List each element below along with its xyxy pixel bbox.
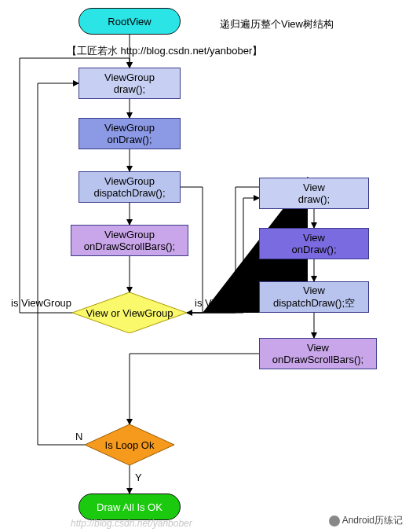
flow-arrows bbox=[0, 0, 409, 532]
vg-scroll-node: ViewGroup onDrawScrollBars(); bbox=[71, 225, 188, 256]
vg-dispatch-l2: dispatchDraw(); bbox=[93, 187, 165, 199]
decision-loop-label: Is Loop Ok bbox=[105, 439, 155, 451]
edge-loop-y: Y bbox=[135, 471, 142, 483]
decision-loop-diamond: Is Loop Ok bbox=[85, 424, 174, 465]
vg-dispatch-l1: ViewGroup bbox=[104, 175, 155, 187]
v-scroll-l2: onDrawScrollBars(); bbox=[272, 354, 363, 365]
vg-ondraw-l1: ViewGroup bbox=[104, 122, 155, 134]
signature-text: Android历练记 bbox=[329, 514, 403, 527]
root-node: RootView bbox=[79, 8, 181, 35]
vg-scroll-l2: onDrawScrollBars(); bbox=[84, 240, 175, 252]
vg-ondraw-l2: onDraw(); bbox=[107, 134, 152, 145]
diagram-caption: 递归遍历整个View树结构 bbox=[220, 17, 334, 31]
credit-line: 【工匠若水 http://blog.csdn.net/yanbober】 bbox=[67, 44, 262, 58]
vg-draw-l2: draw(); bbox=[114, 83, 145, 95]
end-node: Draw All Is OK bbox=[79, 493, 181, 520]
vg-ondraw-node: ViewGroup onDraw(); bbox=[79, 118, 181, 149]
v-scroll-l1: View bbox=[307, 342, 329, 354]
v-dispatch-node: View dispatchDraw();空 bbox=[259, 281, 369, 313]
vg-dispatch-node: ViewGroup dispatchDraw(); bbox=[79, 171, 181, 203]
edge-is-view: is View bbox=[195, 297, 227, 309]
v-ondraw-node: View onDraw(); bbox=[259, 228, 369, 259]
signature-label: Android历练记 bbox=[342, 514, 403, 527]
vg-draw-l1: ViewGroup bbox=[104, 72, 155, 83]
decision-view-diamond: View or ViewGroup bbox=[72, 292, 187, 333]
v-dispatch-l2: dispatchDraw();空 bbox=[273, 296, 355, 310]
wechat-icon bbox=[329, 515, 340, 526]
v-ondraw-l2: onDraw(); bbox=[291, 244, 336, 255]
edge-loop-n: N bbox=[75, 431, 82, 442]
v-dispatch-l1: View bbox=[303, 284, 325, 296]
end-label: Draw All Is OK bbox=[97, 501, 163, 513]
edge-is-viewgroup: is ViewGroup bbox=[11, 297, 71, 309]
vg-draw-node: ViewGroup draw(); bbox=[79, 68, 181, 99]
watermark-text: http://blog.csdn.net/yanbober bbox=[71, 518, 192, 529]
v-ondraw-l1: View bbox=[303, 232, 325, 244]
v-draw-node: View draw(); bbox=[259, 178, 369, 209]
v-draw-l1: View bbox=[303, 182, 325, 193]
decision-view-label: View or ViewGroup bbox=[86, 307, 173, 319]
root-label: RootView bbox=[108, 16, 151, 28]
v-scroll-node: View onDrawScrollBars(); bbox=[259, 338, 377, 369]
v-draw-l2: draw(); bbox=[298, 193, 330, 205]
vg-scroll-l1: ViewGroup bbox=[104, 229, 155, 240]
